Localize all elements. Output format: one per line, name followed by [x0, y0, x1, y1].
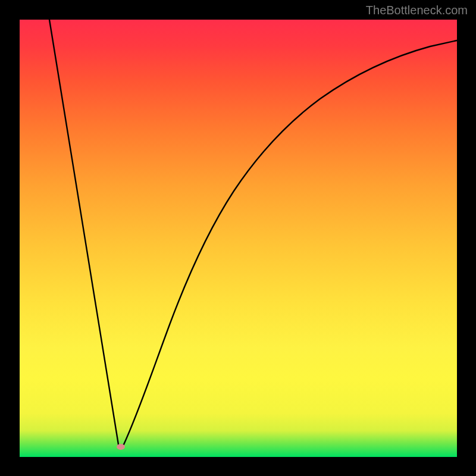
chart-plot-area [20, 20, 457, 457]
curve-path [49, 20, 457, 447]
bottleneck-curve [20, 20, 457, 457]
chart-frame: TheBottleneck.com [0, 0, 476, 476]
attribution-text: TheBottleneck.com [366, 4, 468, 17]
minimum-marker [117, 444, 125, 450]
